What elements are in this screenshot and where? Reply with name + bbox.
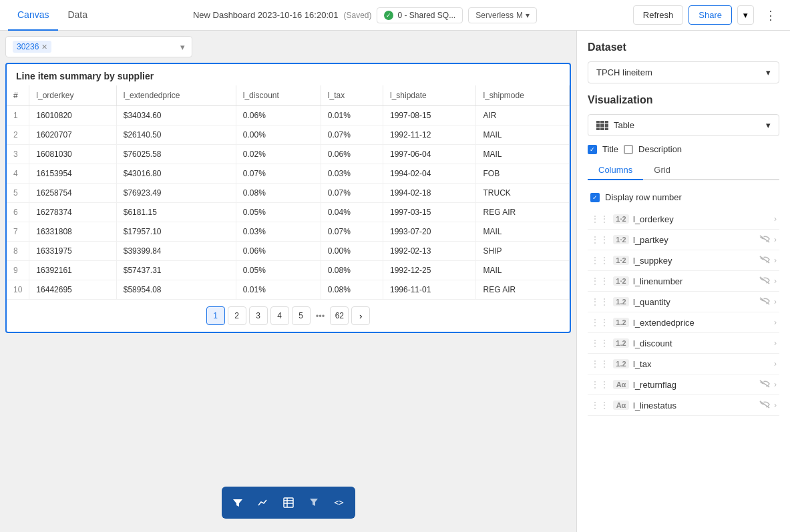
table-tool-button[interactable]	[276, 491, 301, 515]
col-expand-icon[interactable]: ›	[774, 235, 777, 244]
table-row: 516258754$76923.490.08%0.07%1994-02-18TR…	[7, 184, 570, 203]
col-header-shipdate[interactable]: l_shipdate	[383, 85, 476, 106]
refresh-button[interactable]: Refresh	[633, 5, 684, 25]
drag-handle-icon: ⋮⋮	[590, 214, 609, 224]
filter-clear-button[interactable]: ✕	[41, 43, 47, 51]
table-cell: $76025.58	[116, 145, 236, 164]
column-item[interactable]: ⋮⋮ 1.2 l_extendedprice ›	[588, 312, 779, 333]
hide-column-icon[interactable]	[759, 296, 770, 307]
topbar-actions: Refresh Share ▾ ⋮	[633, 4, 782, 27]
column-item[interactable]: ⋮⋮ 1.2 l_quantity ›	[588, 292, 779, 312]
col-expand-icon[interactable]: ›	[774, 338, 777, 348]
page-dots: •••	[313, 311, 328, 321]
table-cell: 1997-03-15	[383, 203, 476, 222]
table-cell: $34034.60	[116, 106, 236, 125]
connection-status[interactable]: 0 - Shared SQ...	[377, 7, 463, 23]
hide-column-icon[interactable]	[759, 234, 770, 245]
share-button[interactable]: Share	[688, 5, 732, 25]
table-cell: 0.03%	[321, 164, 383, 184]
viz-type-select[interactable]: Table ▾	[588, 114, 779, 136]
share-chevron-button[interactable]: ▾	[737, 5, 754, 25]
col-header-orderkey[interactable]: l_orderkey	[29, 85, 116, 106]
pagination: 1 2 3 4 5 ••• 62 ›	[7, 300, 570, 332]
viz-section-title: Visualization	[588, 94, 779, 106]
table-icon	[283, 497, 294, 508]
col-type-badge: 1.2	[613, 359, 629, 368]
tab-data[interactable]: Data	[58, 0, 97, 31]
col-name-label: l_linenumber	[633, 276, 755, 286]
filter-tool-button[interactable]	[226, 491, 250, 515]
code-tool-button[interactable]: <>	[327, 491, 351, 515]
dataset-section-title: Dataset	[588, 41, 779, 53]
filter-icon	[232, 497, 243, 508]
viz-chevron-icon: ▾	[766, 120, 771, 130]
table-cell: 1994-02-04	[383, 164, 476, 184]
hide-column-icon[interactable]	[759, 276, 770, 286]
table-cell: $6181.15	[116, 203, 236, 222]
table-cell: $43016.80	[116, 164, 236, 184]
tab-columns[interactable]: Columns	[588, 161, 643, 180]
col-expand-icon[interactable]: ›	[774, 214, 777, 224]
columns-list: ⋮⋮ 1·2 l_orderkey › ⋮⋮ 1·2 l_partkey › ⋮…	[588, 209, 779, 416]
filter-bar[interactable]: 30236 ✕ ▾	[5, 36, 192, 57]
tab-grid[interactable]: Grid	[643, 161, 681, 180]
col-expand-icon[interactable]: ›	[774, 297, 777, 306]
column-item[interactable]: ⋮⋮ 1·2 l_orderkey ›	[588, 209, 779, 230]
row-number: 6	[7, 203, 29, 222]
col-name-label: l_extendedprice	[633, 318, 770, 328]
col-expand-icon[interactable]: ›	[774, 401, 777, 410]
chart-tool-button[interactable]	[251, 491, 275, 515]
col-expand-icon[interactable]: ›	[774, 276, 777, 286]
table-cell: 0.08%	[236, 184, 321, 203]
page-2-button[interactable]: 2	[228, 306, 246, 325]
column-item[interactable]: ⋮⋮ 1.2 l_tax ›	[588, 354, 779, 374]
column-item[interactable]: ⋮⋮ Aα l_linestatus ›	[588, 395, 779, 416]
hide-column-icon[interactable]	[759, 379, 770, 390]
serverless-label: Serverless	[475, 11, 514, 20]
table-cell: 16392161	[29, 261, 116, 280]
tab-canvas[interactable]: Canvas	[8, 0, 58, 31]
dataset-select[interactable]: TPCH lineitem ▾	[588, 61, 779, 83]
column-item[interactable]: ⋮⋮ 1·2 l_suppkey ›	[588, 250, 779, 271]
col-expand-icon[interactable]: ›	[774, 380, 777, 389]
topbar-center: New Dashboard 2023-10-16 16:20:01 (Saved…	[105, 7, 625, 23]
column-item[interactable]: ⋮⋮ 1·2 l_partkey ›	[588, 230, 779, 250]
col-expand-icon[interactable]: ›	[774, 359, 777, 368]
page-62-button[interactable]: 62	[330, 306, 349, 325]
serverless-selector[interactable]: Serverless M ▾	[468, 7, 537, 23]
more-options-button[interactable]: ⋮	[759, 4, 782, 27]
table-cell: $58954.08	[116, 280, 236, 300]
saved-label: (Saved)	[343, 11, 371, 20]
page-5-button[interactable]: 5	[292, 306, 311, 325]
filter-dropdown-icon[interactable]: ▾	[180, 42, 185, 52]
col-header-extprice[interactable]: l_extendedprice	[116, 85, 236, 106]
column-item[interactable]: ⋮⋮ 1.2 l_discount ›	[588, 333, 779, 354]
chart-title: Line item summary by supplier	[7, 64, 570, 85]
col-header-discount[interactable]: l_discount	[236, 85, 321, 106]
funnel-tool-button[interactable]	[302, 491, 326, 515]
drag-handle-icon: ⋮⋮	[590, 255, 609, 266]
hide-column-icon[interactable]	[759, 255, 770, 266]
page-4-button[interactable]: 4	[270, 306, 289, 325]
status-icon	[384, 11, 393, 20]
column-item[interactable]: ⋮⋮ 1·2 l_linenumber ›	[588, 271, 779, 292]
col-expand-icon[interactable]: ›	[774, 318, 777, 327]
table-cell: MAIL	[476, 145, 570, 164]
page-next-button[interactable]: ›	[351, 306, 370, 325]
hide-column-icon[interactable]	[759, 400, 770, 411]
table-row: 316081030$76025.580.02%0.06%1997-06-04MA…	[7, 145, 570, 164]
col-header-shipmode[interactable]: l_shipmode	[476, 85, 570, 106]
column-item[interactable]: ⋮⋮ Aα l_returnflag ›	[588, 374, 779, 395]
right-panel: Dataset TPCH lineitem ▾ Visualization Ta…	[576, 31, 790, 532]
title-label: Title	[602, 144, 618, 154]
col-header-tax[interactable]: l_tax	[321, 85, 383, 106]
title-checkbox[interactable]	[588, 145, 597, 154]
display-row-number-checkbox[interactable]	[590, 193, 600, 202]
page-3-button[interactable]: 3	[249, 306, 268, 325]
table-row: 1016442695$58954.080.01%0.08%1996-11-01R…	[7, 280, 570, 300]
col-expand-icon[interactable]: ›	[774, 256, 777, 265]
table-cell: 1994-02-18	[383, 184, 476, 203]
page-1-button[interactable]: 1	[206, 306, 225, 325]
description-checkbox[interactable]	[624, 145, 633, 154]
table-row: 416153954$43016.800.07%0.03%1994-02-04FO…	[7, 164, 570, 184]
